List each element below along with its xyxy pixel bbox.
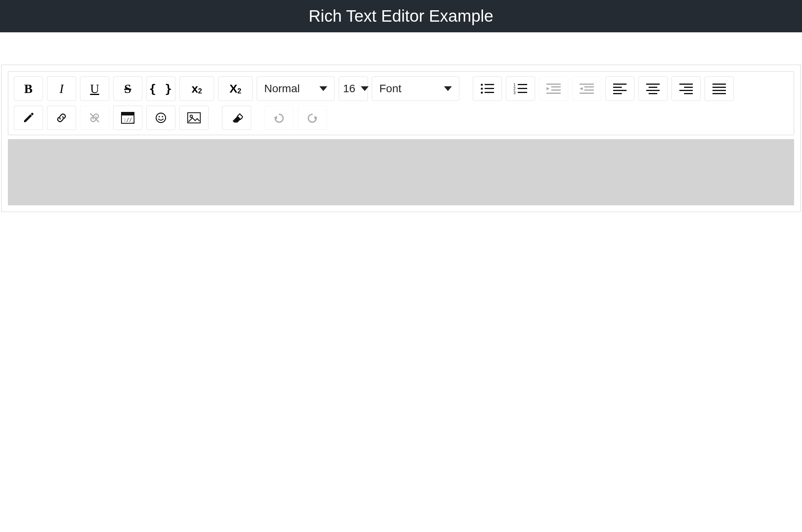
outdent-icon [580,83,594,95]
editor-frame: B I U S { } x2 [1,65,801,212]
svg-rect-17 [580,84,594,85]
format-select[interactable]: Normal [257,76,335,101]
svg-marker-47 [274,116,277,119]
align-right-button[interactable] [671,76,701,101]
image-button[interactable] [179,106,209,130]
svg-rect-11 [518,92,527,93]
svg-rect-15 [551,89,561,91]
strikethrough-icon: S [124,82,131,96]
foreground-color-button[interactable] [14,106,43,130]
italic-button[interactable]: I [47,76,76,101]
svg-rect-31 [684,87,693,88]
bold-button[interactable]: B [14,76,43,101]
svg-rect-5 [485,92,494,93]
indent-button[interactable] [539,76,568,101]
ordered-list-button[interactable]: 1 2 3 [506,76,535,101]
align-justify-icon [712,83,726,94]
editor-content-area[interactable] [8,139,794,205]
svg-text:3: 3 [513,91,516,95]
align-center-button[interactable] [638,76,668,101]
svg-rect-29 [649,93,657,94]
svg-rect-14 [551,86,561,87]
redo-button[interactable] [298,106,327,130]
svg-point-42 [156,113,166,123]
svg-rect-40 [121,112,134,115]
align-right-icon [679,83,693,94]
underline-icon: U [90,82,99,96]
toolbar-row-2: ://_ [14,106,788,130]
svg-rect-20 [584,89,594,91]
bold-icon: B [24,82,32,96]
link-button[interactable] [47,106,76,130]
svg-point-0 [481,84,483,86]
code-button[interactable]: { } [146,76,175,101]
source-icon: ://_ [121,112,134,124]
svg-rect-35 [712,87,726,88]
unlink-icon [88,112,101,124]
outdent-button[interactable] [572,76,601,101]
app-header: Rich Text Editor Example [0,0,802,32]
svg-rect-24 [613,90,627,91]
subscript-icon: X2 [229,82,241,95]
align-left-icon [613,83,627,94]
svg-point-2 [481,87,483,89]
smile-icon [155,112,167,124]
undo-button[interactable] [265,106,294,130]
svg-rect-12 [546,84,561,85]
svg-rect-22 [613,84,627,85]
toolbar-row-1: B I U S { } x2 [14,76,788,101]
eraser-button[interactable] [222,106,251,130]
svg-rect-1 [485,84,494,85]
undo-icon [273,112,285,124]
svg-marker-18 [580,87,583,90]
align-left-button[interactable] [605,76,634,101]
unlink-button[interactable] [80,106,109,130]
pen-icon [22,112,34,124]
unordered-list-button[interactable] [473,76,502,101]
underline-button[interactable]: U [80,76,109,101]
svg-line-38 [90,113,99,122]
svg-point-44 [162,116,163,117]
svg-marker-13 [546,87,550,90]
app-title: Rich Text Editor Example [309,7,493,26]
svg-rect-27 [649,87,657,88]
superscript-button[interactable]: x2 [179,76,214,101]
emoji-button[interactable] [146,106,175,130]
font-family-select[interactable]: Font [372,76,459,101]
eraser-icon [230,112,243,123]
font-size-select-value: 16 [343,82,355,95]
svg-rect-16 [546,93,561,94]
svg-rect-28 [646,90,660,91]
bullet-list-icon [480,83,494,95]
subscript-button[interactable]: X2 [218,76,253,101]
svg-rect-19 [584,86,594,87]
svg-rect-33 [684,93,693,94]
italic-icon: I [60,82,64,96]
svg-rect-26 [646,84,660,85]
link-icon [55,112,68,124]
toolbar: B I U S { } x2 [8,71,794,135]
svg-point-46 [190,115,192,117]
image-icon [187,112,201,123]
font-size-select[interactable]: 16 [339,76,368,101]
svg-rect-30 [679,84,693,85]
svg-rect-45 [188,113,200,123]
svg-rect-23 [613,87,622,88]
numbered-list-icon: 1 2 3 [513,83,528,95]
svg-marker-48 [314,116,317,119]
svg-text:://_: ://_ [123,117,134,123]
indent-icon [546,83,561,95]
svg-rect-9 [518,88,527,89]
superscript-icon: x2 [192,82,202,95]
format-select-value: Normal [264,82,300,95]
chevron-down-icon [444,86,452,91]
svg-rect-3 [485,88,494,89]
chevron-down-icon [361,86,369,91]
stage: B I U S { } x2 [0,32,802,212]
svg-rect-21 [580,93,594,94]
align-justify-button[interactable] [705,76,734,101]
svg-rect-36 [712,90,726,91]
source-button[interactable]: ://_ [113,106,142,130]
strikethrough-button[interactable]: S [113,76,142,101]
svg-rect-34 [712,84,726,85]
